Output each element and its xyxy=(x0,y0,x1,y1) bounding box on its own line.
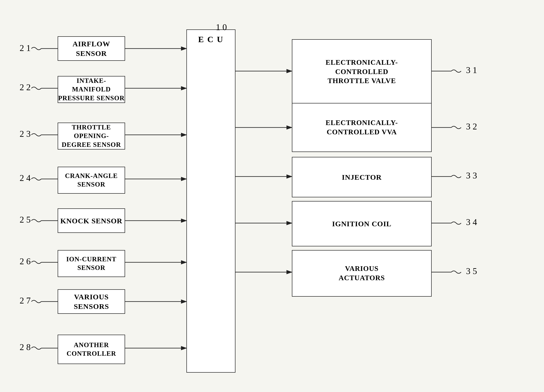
ref-32: 3 2 xyxy=(466,121,477,132)
box-injector: INJECTOR xyxy=(292,157,432,197)
box-another-controller: ANOTHERCONTROLLER xyxy=(58,335,125,364)
ref-28: 2 8 xyxy=(20,342,31,352)
ecu-label: E C U xyxy=(198,35,224,44)
box-ion-current: ION-CURRENTSENSOR xyxy=(58,250,125,277)
box-various-sensors: VARIOUS SENSORS xyxy=(58,289,125,314)
box-throttle-sensor: THROTTLE OPENING-DEGREE SENSOR xyxy=(58,123,125,150)
box-vva: ELECTRONICALLY-CONTROLLED VVA xyxy=(292,103,432,152)
box-intake-manifold: INTAKE-MANIFOLDPRESSURE SENSOR xyxy=(58,76,125,103)
ecu-ref: 1 0 xyxy=(216,22,227,32)
ref-27: 2 7 xyxy=(20,295,31,306)
ref-23: 2 3 xyxy=(20,129,31,139)
box-knock-sensor: KNOCK SENSOR xyxy=(58,208,125,233)
ref-25: 2 5 xyxy=(20,215,31,225)
ref-31: 3 1 xyxy=(466,65,477,75)
box-crank-angle: CRANK-ANGLESENSOR xyxy=(58,167,125,194)
ref-33: 3 3 xyxy=(466,170,477,181)
box-airflow-sensor: AIRFLOW SENSOR xyxy=(58,36,125,61)
diagram-svg xyxy=(15,15,530,382)
box-ignition-coil: IGNITION COIL xyxy=(292,201,432,246)
ref-26: 2 6 xyxy=(20,256,31,266)
ref-34: 3 4 xyxy=(466,217,477,227)
box-throttle-valve: ELECTRONICALLY-CONTROLLEDTHROTTLE VALVE xyxy=(292,39,432,104)
ref-24: 2 4 xyxy=(20,173,31,183)
ref-21: 2 1 xyxy=(20,43,31,53)
ref-22: 2 2 xyxy=(20,82,31,92)
box-various-actuators: VARIOUSACTUATORS xyxy=(292,250,432,297)
diagram-container: 2 1 2 2 2 3 2 4 2 5 2 6 2 7 2 8 AIRFLOW … xyxy=(15,15,530,382)
ecu-box: E C U xyxy=(186,29,235,373)
ref-35: 3 5 xyxy=(466,266,477,276)
